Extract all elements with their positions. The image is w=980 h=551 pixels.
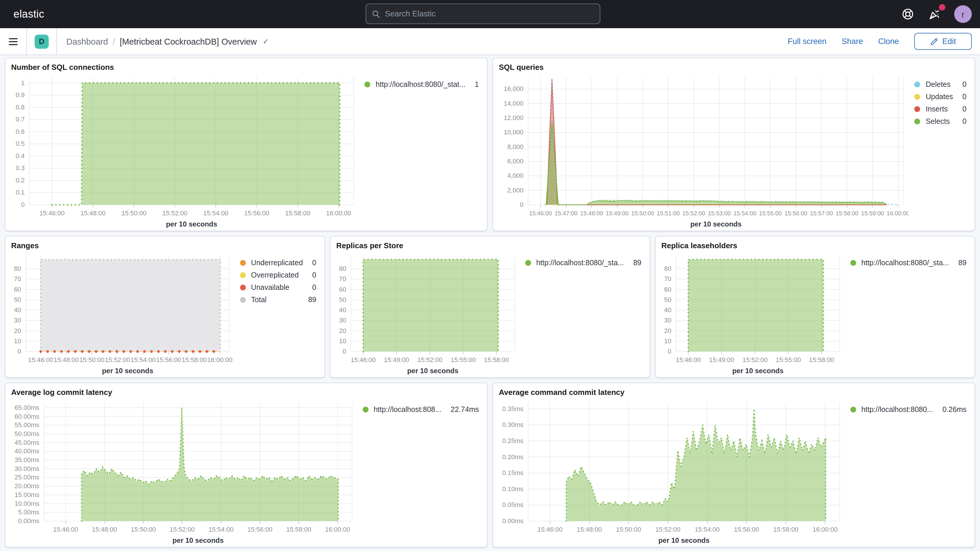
- svg-text:15:58:00: 15:58:00: [285, 210, 310, 217]
- panel-replica-leaseholders: Replica leaseholders 0102030405060708015…: [655, 236, 975, 378]
- svg-text:14,000: 14,000: [504, 100, 523, 107]
- legend-item[interactable]: http://localhost:8080/_sta...89: [525, 258, 641, 268]
- legend-item[interactable]: Total89: [240, 295, 316, 304]
- svg-text:50: 50: [339, 296, 346, 303]
- newsfeed-button[interactable]: [927, 6, 942, 22]
- svg-text:10: 10: [339, 338, 346, 345]
- legend-item[interactable]: http://localhost:8080/_sta...89: [850, 258, 967, 268]
- svg-text:1: 1: [21, 79, 25, 86]
- legend-item[interactable]: Underreplicated0: [240, 258, 316, 268]
- legend-label: http://localhost:8080/_stat...: [375, 80, 465, 89]
- svg-text:15:46:00: 15:46:00: [676, 356, 701, 363]
- svg-text:15:46:00: 15:46:00: [538, 526, 563, 533]
- legend-label: Updates: [926, 92, 953, 102]
- page-title: [Metricbeat CockroachDB] Overview: [120, 37, 257, 46]
- svg-text:15:46:00: 15:46:00: [351, 356, 376, 363]
- svg-text:20: 20: [14, 327, 21, 334]
- svg-text:15:52:00: 15:52:00: [162, 210, 188, 217]
- legend-value: 89: [958, 258, 967, 268]
- check-icon: ✓: [262, 37, 269, 46]
- menu-button[interactable]: [0, 28, 27, 54]
- svg-text:15:57:00: 15:57:00: [810, 210, 833, 217]
- legend-item[interactable]: Unavailable0: [240, 283, 316, 292]
- svg-text:80: 80: [14, 265, 21, 272]
- panel-title[interactable]: SQL queries: [499, 63, 969, 72]
- legend-label: http://localhost:8080/_sta...: [861, 258, 949, 268]
- legend-label: http://localhost:8080/_sta...: [536, 258, 624, 268]
- user-avatar[interactable]: r: [954, 5, 972, 23]
- svg-text:65.00ms: 65.00ms: [15, 404, 39, 411]
- legend-dot: [363, 407, 368, 412]
- panel-title[interactable]: Average command commit latency: [499, 388, 969, 397]
- svg-text:20: 20: [664, 327, 671, 334]
- panel-title[interactable]: Replicas per Store: [336, 241, 644, 250]
- svg-text:0: 0: [18, 348, 21, 355]
- panel-title[interactable]: Replica leaseholders: [661, 241, 969, 250]
- legend-item[interactable]: Overreplicated0: [240, 271, 316, 280]
- svg-text:0.30ms: 0.30ms: [502, 421, 523, 428]
- help-button[interactable]: [900, 6, 915, 22]
- svg-text:0: 0: [21, 201, 25, 208]
- legend-item[interactable]: Updates0: [915, 92, 967, 102]
- svg-text:0.5: 0.5: [16, 140, 25, 147]
- legend-item[interactable]: http://localhost:808...22.74ms: [363, 405, 479, 414]
- svg-text:70: 70: [14, 275, 21, 283]
- edit-button[interactable]: Edit: [914, 33, 972, 50]
- svg-text:15:48:00: 15:48:00: [577, 526, 602, 533]
- clone-button[interactable]: Clone: [878, 37, 899, 46]
- nav-actions: Full screen Share Clone Edit: [788, 33, 980, 50]
- svg-text:15:58:00: 15:58:00: [286, 526, 311, 533]
- chart-canvas: 02,0004,0006,0008,00010,00012,00014,0001…: [499, 72, 908, 229]
- chart-plot: 0102030405060708015:46:0015:49:0015:52:0…: [661, 250, 844, 376]
- legend-item[interactable]: Inserts0: [915, 104, 967, 114]
- search-input[interactable]: [385, 10, 594, 18]
- svg-text:per 10 seconds: per 10 seconds: [690, 220, 742, 228]
- svg-text:12,000: 12,000: [504, 114, 523, 121]
- svg-text:30: 30: [664, 317, 671, 324]
- svg-text:15:53:00: 15:53:00: [708, 210, 731, 217]
- svg-text:0.4: 0.4: [16, 152, 25, 159]
- svg-text:15:55:00: 15:55:00: [776, 356, 801, 363]
- svg-text:20: 20: [339, 327, 346, 334]
- svg-text:15:59:00: 15:59:00: [861, 210, 884, 217]
- breadcrumb-dashboard-link[interactable]: Dashboard: [66, 37, 108, 46]
- legend-item[interactable]: Selects0: [915, 117, 967, 126]
- edit-button-label: Edit: [942, 37, 956, 46]
- panel-title[interactable]: Ranges: [11, 241, 319, 250]
- svg-text:15:48:00: 15:48:00: [92, 526, 117, 533]
- svg-text:15:46:00: 15:46:00: [53, 526, 78, 533]
- full-screen-button[interactable]: Full screen: [788, 37, 827, 46]
- panel-sql-queries: SQL queries 02,0004,0006,0008,00010,0001…: [492, 57, 975, 231]
- global-search[interactable]: [366, 3, 600, 24]
- panel-title[interactable]: Average log commit latency: [11, 388, 481, 397]
- legend-item[interactable]: http://localhost:8080...0.26ms: [850, 405, 967, 414]
- svg-text:60: 60: [339, 286, 346, 293]
- notification-dot: [939, 4, 945, 11]
- chart-plot: 0.00ms5.00ms10.00ms15.00ms20.00ms25.00ms…: [11, 397, 356, 546]
- svg-text:45.00ms: 45.00ms: [15, 439, 39, 446]
- legend-item[interactable]: http://localhost:8080/_stat...1: [364, 80, 479, 89]
- legend-value: 1: [475, 80, 479, 89]
- legend-value: 0: [312, 271, 316, 280]
- svg-text:per 10 seconds: per 10 seconds: [732, 367, 784, 375]
- svg-text:10: 10: [664, 338, 671, 345]
- legend-dot: [525, 260, 531, 266]
- legend-item[interactable]: Deletes0: [915, 80, 967, 89]
- svg-text:50: 50: [664, 296, 671, 303]
- chart-legend: http://localhost:8080/_sta...89: [844, 250, 969, 376]
- svg-text:per 10 seconds: per 10 seconds: [102, 367, 153, 375]
- svg-text:0.25ms: 0.25ms: [502, 437, 523, 444]
- share-button[interactable]: Share: [842, 37, 863, 46]
- svg-text:16:00:00: 16:00:00: [207, 356, 233, 363]
- svg-text:6,000: 6,000: [508, 158, 523, 165]
- svg-text:15:48:00: 15:48:00: [80, 210, 106, 217]
- brand[interactable]: elastic: [8, 8, 44, 20]
- svg-text:15:52:00: 15:52:00: [682, 210, 705, 217]
- svg-text:15:50:00: 15:50:00: [131, 526, 156, 533]
- svg-text:15:52:00: 15:52:00: [417, 356, 442, 363]
- panel-title[interactable]: Number of SQL connections: [11, 63, 481, 72]
- chart-legend: Underreplicated0Overreplicated0Unavailab…: [234, 250, 319, 376]
- legend-value: 0: [312, 283, 316, 292]
- svg-text:0.8: 0.8: [16, 104, 25, 111]
- chart-plot: 0102030405060708015:46:0015:49:0015:52:0…: [336, 250, 519, 376]
